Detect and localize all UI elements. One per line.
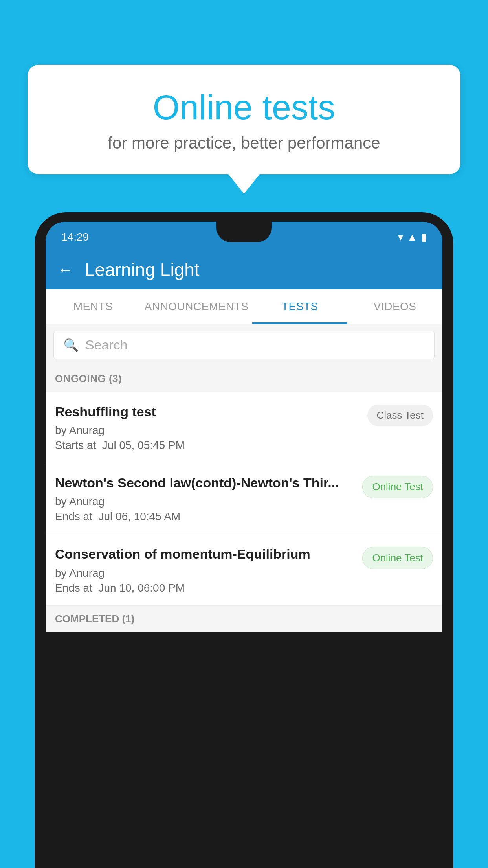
ongoing-label: ONGOING (3): [55, 373, 122, 384]
test-date-3: Ends at Jun 10, 06:00 PM: [55, 582, 354, 594]
tab-announcements[interactable]: ANNOUNCEMENTS: [141, 289, 253, 324]
test-item-3[interactable]: Conservation of momentum-Equilibrium by …: [46, 534, 442, 605]
tab-videos[interactable]: VIDEOS: [347, 289, 442, 324]
test-name-3: Conservation of momentum-Equilibrium: [55, 545, 354, 563]
status-time: 14:29: [61, 231, 89, 243]
tab-ments[interactable]: MENTS: [46, 289, 141, 324]
search-container: 🔍 Search: [46, 324, 442, 366]
search-bar[interactable]: 🔍 Search: [53, 331, 435, 359]
tabs-container: MENTS ANNOUNCEMENTS TESTS VIDEOS: [46, 289, 442, 324]
status-icons: ▾ ▲ ▮: [398, 231, 427, 243]
phone-frame: 14:29 ▾ ▲ ▮ ← Learning Light MENTS ANNOU: [35, 212, 453, 868]
battery-icon: ▮: [421, 231, 427, 243]
speech-bubble: Online tests for more practice, better p…: [28, 65, 460, 174]
test-date-2: Ends at Jul 06, 10:45 AM: [55, 510, 354, 523]
completed-section-header: COMPLETED (1): [46, 606, 442, 632]
search-input[interactable]: Search: [85, 337, 128, 353]
test-item-2[interactable]: Newton's Second law(contd)-Newton's Thir…: [46, 463, 442, 534]
tab-tests[interactable]: TESTS: [252, 289, 347, 324]
phone-notch: [216, 222, 272, 242]
bubble-title: Online tests: [59, 88, 429, 127]
phone-screen: ← Learning Light MENTS ANNOUNCEMENTS TES…: [46, 250, 442, 632]
test-badge-1: Class Test: [367, 405, 433, 426]
search-icon: 🔍: [63, 338, 79, 353]
ongoing-section-header: ONGOING (3): [46, 366, 442, 392]
test-author-2: by Anurag: [55, 495, 354, 508]
speech-bubble-arrow: [228, 174, 260, 194]
test-badge-3: Online Test: [362, 547, 433, 569]
app-title: Learning Light: [85, 259, 200, 280]
test-info-3: Conservation of momentum-Equilibrium by …: [55, 545, 362, 594]
phone-container: 14:29 ▾ ▲ ▮ ← Learning Light MENTS ANNOU: [35, 212, 453, 868]
test-badge-2: Online Test: [362, 476, 433, 498]
bubble-subtitle: for more practice, better performance: [59, 134, 429, 153]
test-info-2: Newton's Second law(contd)-Newton's Thir…: [55, 474, 362, 523]
app-header: ← Learning Light: [46, 250, 442, 289]
completed-label: COMPLETED (1): [55, 613, 134, 625]
back-button[interactable]: ←: [57, 261, 73, 279]
test-item-1[interactable]: Reshuffling test by Anurag Starts at Jul…: [46, 392, 442, 463]
signal-icon: ▲: [407, 231, 417, 243]
test-date-1: Starts at Jul 05, 05:45 PM: [55, 439, 360, 452]
test-author-3: by Anurag: [55, 567, 354, 579]
test-author-1: by Anurag: [55, 424, 360, 437]
wifi-icon: ▾: [398, 231, 403, 243]
speech-bubble-container: Online tests for more practice, better p…: [28, 65, 460, 194]
test-name-1: Reshuffling test: [55, 403, 360, 420]
test-name-2: Newton's Second law(contd)-Newton's Thir…: [55, 474, 354, 491]
test-info-1: Reshuffling test by Anurag Starts at Jul…: [55, 403, 367, 452]
